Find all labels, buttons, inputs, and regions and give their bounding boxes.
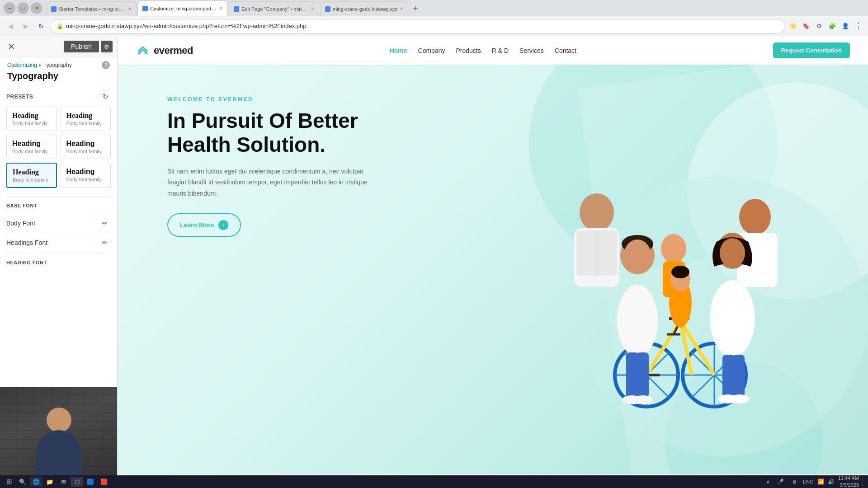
- taskbar-chrome-button[interactable]: ⬡: [71, 477, 83, 487]
- taskbar-date: 9/9/2023: [838, 482, 859, 488]
- presets-section-label: Presets: [6, 94, 33, 100]
- tab-1-close-icon[interactable]: ✕: [128, 6, 132, 11]
- preset-card-6[interactable]: Heading Body font family: [61, 163, 111, 188]
- svg-point-2: [138, 52, 141, 54]
- main-layout: ✕ Publish ⚙ Customizing ▸ Typography ? T…: [0, 36, 868, 475]
- address-text: ming-crane-godo.instawp.xyz/wp-admin/cus…: [66, 23, 306, 29]
- preview-logo[interactable]: evermed: [136, 43, 193, 58]
- taskbar-monitor-button[interactable]: 🖥: [789, 477, 799, 487]
- taskbar-mail-button[interactable]: ✉: [57, 477, 70, 487]
- back-button[interactable]: ◀: [4, 19, 17, 33]
- window-maximize-button[interactable]: □: [17, 2, 29, 14]
- window-controls: ─ □ ✕: [4, 2, 42, 14]
- publish-settings-button[interactable]: ⚙: [101, 41, 113, 52]
- svg-rect-39: [732, 355, 745, 398]
- preset-5-body: Body font family: [13, 177, 51, 183]
- svg-point-11: [739, 199, 771, 235]
- hero-cta-button[interactable]: Learn More ›: [167, 213, 241, 237]
- hero-content: WELCOME TO EVERMED In Pursuit Of Better …: [118, 65, 425, 255]
- preset-1-heading: Heading: [12, 112, 51, 120]
- nav-link-products[interactable]: Products: [456, 47, 481, 54]
- reload-button[interactable]: ↻: [34, 19, 48, 33]
- preset-1-body: Body font family: [12, 121, 51, 126]
- browser-chrome: ─ □ ✕ Starter Templates • ming-crane-...…: [0, 0, 868, 16]
- webcam-head: [47, 408, 71, 432]
- logo-icon: [136, 43, 150, 58]
- preset-card-4[interactable]: Heading Body font family: [61, 135, 111, 159]
- ext-btn-1[interactable]: ⭐: [787, 20, 799, 32]
- preset-4-body: Body font family: [66, 149, 105, 154]
- hero-section: WELCOME TO EVERMED In Pursuit Of Better …: [118, 65, 868, 474]
- svg-point-29: [624, 239, 651, 271]
- browser-extensions: ⭐ 🔖 ⚙ 🧩 👤 ⋮: [787, 20, 864, 32]
- ext-btn-2[interactable]: 🔖: [800, 20, 812, 32]
- taskbar-edge-button[interactable]: 🌐: [30, 477, 42, 487]
- ext-btn-4[interactable]: 🧩: [826, 20, 838, 32]
- taskbar-mic-button[interactable]: 🎤: [776, 477, 786, 487]
- preset-card-1[interactable]: Heading Body font family: [6, 107, 57, 131]
- publish-button[interactable]: Publish: [64, 41, 99, 52]
- svg-point-5: [580, 193, 614, 231]
- tab-2[interactable]: Customize: ming-crane-godo.in... ✕: [137, 0, 228, 16]
- webcam-body: [36, 430, 81, 475]
- taskbar-time: 11:44 AM: [838, 475, 859, 482]
- taskbar-start-button[interactable]: ⊞: [3, 477, 15, 487]
- svg-point-43: [730, 394, 750, 404]
- tab-3-close-icon[interactable]: ✕: [311, 6, 314, 11]
- window-minimize-button[interactable]: ─: [4, 2, 15, 14]
- presets-refresh-button[interactable]: ↻: [100, 91, 111, 102]
- address-bar[interactable]: 🔒 ming-crane-godo.instawp.xyz/wp-admin/c…: [50, 19, 785, 33]
- headings-font-edit-button[interactable]: ✏: [99, 237, 111, 249]
- taskbar-search-button[interactable]: 🔍: [16, 477, 29, 487]
- taskbar-app1-button[interactable]: 🟦: [84, 477, 97, 487]
- panel-content: Presets ↻ Heading Body font family Headi…: [0, 86, 117, 387]
- taskbar-folder-button[interactable]: 📁: [43, 477, 56, 487]
- forward-button[interactable]: ▶: [19, 19, 33, 33]
- tab-4-close-icon[interactable]: ✕: [400, 6, 403, 11]
- taskbar: ⊞ 🔍 🌐 📁 ✉ ⬡ 🟦 🟥 ∧ 🎤 🖥 ENG 📶 🔊 11:44 AM 9…: [0, 475, 868, 488]
- preset-card-2[interactable]: Heading Body font family: [61, 107, 111, 131]
- customizer-close-button[interactable]: ✕: [5, 40, 18, 53]
- nav-cta-button[interactable]: Request Consultation: [773, 42, 850, 58]
- nav-link-services[interactable]: Services: [519, 47, 544, 54]
- nav-link-contact[interactable]: Contact: [555, 47, 576, 54]
- panel-title: Typography: [0, 70, 117, 86]
- tab-1[interactable]: Starter Templates • ming-crane-... ✕: [46, 1, 137, 16]
- base-font-section-label: BASE FONT: [6, 203, 111, 208]
- taskbar-chevron-button[interactable]: ∧: [764, 478, 772, 486]
- tab-3[interactable]: Edit Page "Company" • ming-cra... ✕: [229, 1, 319, 16]
- body-font-edit-button[interactable]: ✏: [99, 217, 111, 229]
- breadcrumb-separator: ▸: [39, 62, 42, 68]
- browser-menu-button[interactable]: ⋮: [853, 20, 864, 32]
- tab-4[interactable]: ming-crane-godo.instawp.xyz ✕: [320, 1, 408, 16]
- taskbar-app2-button[interactable]: 🟥: [98, 477, 110, 487]
- nav-link-company[interactable]: Company: [418, 47, 445, 54]
- preset-card-3[interactable]: Heading Body font family: [6, 135, 57, 159]
- taskbar-volume-icon[interactable]: 🔊: [828, 479, 835, 485]
- breadcrumb-parent-link[interactable]: Customizing: [7, 62, 37, 68]
- taskbar-network-icon[interactable]: 📶: [817, 479, 824, 485]
- svg-point-32: [671, 266, 689, 278]
- svg-point-41: [633, 395, 653, 404]
- preset-6-heading: Heading: [66, 168, 105, 176]
- breadcrumb-info-button[interactable]: ?: [102, 61, 110, 69]
- tab-2-label: Customize: ming-crane-godo.in...: [150, 6, 217, 11]
- nav-link-rd[interactable]: R & D: [492, 47, 509, 54]
- preview-nav-links: Home Company Products R & D Services Con…: [390, 47, 576, 54]
- preset-3-body: Body font family: [12, 149, 51, 154]
- preview-navbar: evermed Home Company Products R & D Serv…: [118, 36, 868, 65]
- tab-2-favicon: [142, 6, 148, 11]
- new-tab-button[interactable]: +: [409, 2, 422, 15]
- hero-body-text: Sit nam enim luctus eget dui scelerisque…: [167, 166, 375, 199]
- ext-btn-5[interactable]: 👤: [840, 20, 851, 32]
- preset-card-5[interactable]: Heading Body font family: [6, 163, 57, 188]
- tab-1-favicon: [51, 6, 57, 12]
- taskbar-show-desktop-button[interactable]: [863, 477, 865, 487]
- ext-btn-3[interactable]: ⚙: [813, 20, 825, 32]
- nav-link-home[interactable]: Home: [390, 47, 407, 54]
- customizer-topbar: ✕ Publish ⚙: [0, 36, 117, 57]
- window-close-button[interactable]: ✕: [31, 2, 42, 14]
- tab-2-close-icon[interactable]: ✕: [219, 6, 223, 11]
- preset-3-heading: Heading: [12, 140, 51, 148]
- svg-point-1: [146, 49, 148, 52]
